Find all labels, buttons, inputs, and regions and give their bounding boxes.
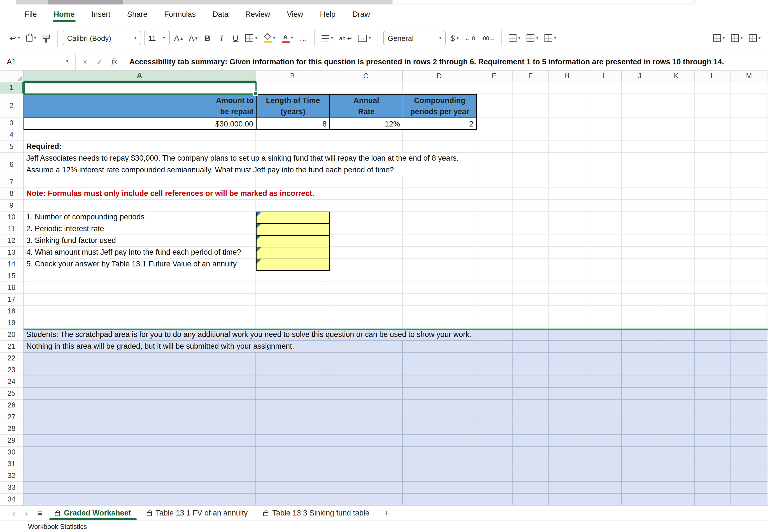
cell-length-value[interactable]: 8 bbox=[256, 118, 330, 130]
currency-format-select[interactable]: $ ▾ bbox=[449, 30, 460, 46]
number-format-select[interactable]: General ▾ bbox=[383, 31, 446, 45]
row-header-34[interactable]: 34 bbox=[0, 494, 24, 505]
answer-cell-4[interactable] bbox=[256, 247, 330, 259]
cell-compounding-header[interactable]: Compounding periods per year bbox=[403, 94, 477, 118]
requirement-5-label[interactable]: 5. Check your answer by Table 13.1 Futur… bbox=[24, 259, 237, 270]
menu-review[interactable]: Review bbox=[245, 8, 270, 20]
column-header-K[interactable]: K bbox=[658, 71, 695, 82]
column-header-F[interactable]: F bbox=[512, 71, 549, 82]
menu-insert[interactable]: Insert bbox=[92, 8, 111, 20]
name-box[interactable]: A1 ▾ bbox=[0, 53, 73, 70]
row-header-1[interactable]: 1 bbox=[0, 82, 24, 94]
column-header-A[interactable]: A bbox=[24, 71, 256, 82]
column-header-I[interactable]: I bbox=[586, 71, 622, 82]
italic-button[interactable]: I bbox=[216, 30, 227, 46]
row-header-22[interactable]: 22 bbox=[0, 353, 24, 364]
row-header-25[interactable]: 25 bbox=[0, 388, 24, 400]
row-header-14[interactable]: 14 bbox=[0, 259, 24, 270]
row-header-24[interactable]: 24 bbox=[0, 376, 24, 388]
decrease-font-button[interactable]: A▾ bbox=[187, 30, 199, 46]
menu-view[interactable]: View bbox=[287, 8, 303, 20]
column-header-M[interactable]: M bbox=[731, 71, 767, 82]
delete-cells-select[interactable]: ▾ bbox=[729, 30, 744, 46]
note-text[interactable]: Note: Formulas must only include cell re… bbox=[24, 188, 314, 199]
add-sheet-button[interactable]: + bbox=[377, 508, 396, 518]
menu-data[interactable]: Data bbox=[213, 8, 229, 20]
answer-cell-1[interactable] bbox=[256, 212, 330, 224]
cell-compounding-value[interactable]: 2 bbox=[403, 118, 477, 130]
row-header-5[interactable]: 5 bbox=[0, 141, 24, 153]
select-all-corner[interactable] bbox=[0, 71, 24, 82]
row-header-6[interactable]: 6 bbox=[0, 153, 24, 176]
next-sheet-button[interactable]: › bbox=[20, 508, 32, 517]
row-header-27[interactable]: 27 bbox=[0, 411, 24, 423]
cell-rate-header[interactable]: Annual Rate bbox=[329, 94, 403, 118]
increase-decimal-button[interactable]: ←.0 bbox=[463, 30, 477, 46]
row-header-12[interactable]: 12 bbox=[0, 235, 24, 247]
requirement-2-label[interactable]: 2. Periodic interest rate bbox=[24, 223, 104, 235]
row-header-7[interactable]: 7 bbox=[0, 176, 24, 188]
column-header-L[interactable]: L bbox=[695, 71, 731, 82]
row-header-16[interactable]: 16 bbox=[0, 282, 24, 294]
menu-formulas[interactable]: Formulas bbox=[164, 8, 196, 20]
merge-center-select[interactable]: ↔ ▾ bbox=[356, 30, 373, 46]
row-header-19[interactable]: 19 bbox=[0, 317, 24, 329]
underline-button[interactable]: U bbox=[230, 30, 241, 46]
prev-sheet-button[interactable]: ‹ bbox=[8, 508, 20, 517]
workbook-statistics[interactable]: Workbook Statistics bbox=[28, 522, 87, 530]
cell-amount-value[interactable]: $30,000.00 bbox=[24, 118, 257, 130]
row-header-21[interactable]: 21 bbox=[0, 341, 24, 353]
requirement-4-label[interactable]: 4. What amount must Jeff pay into the fu… bbox=[24, 247, 241, 258]
row-header-4[interactable]: 4 bbox=[0, 129, 24, 141]
row-header-2[interactable]: 2 bbox=[0, 94, 24, 118]
requirement-3-label[interactable]: 3. Sinking fund factor used bbox=[24, 235, 116, 246]
problem-text[interactable]: Jeff Associates needs to repay $30,000. … bbox=[24, 153, 459, 176]
row-header-13[interactable]: 13 bbox=[0, 247, 24, 259]
row-header-3[interactable]: 3 bbox=[0, 118, 24, 129]
menu-share[interactable]: Share bbox=[127, 8, 147, 20]
undo-button[interactable]: ↩ ▾ bbox=[8, 30, 22, 46]
row-header-29[interactable]: 29 bbox=[0, 435, 24, 447]
increase-font-button[interactable]: A▴ bbox=[172, 30, 184, 46]
column-header-J[interactable]: J bbox=[622, 71, 658, 82]
row-header-9[interactable]: 9 bbox=[0, 200, 24, 212]
cell-rate-value[interactable]: 12% bbox=[329, 118, 403, 130]
paste-button[interactable]: ▾ bbox=[25, 30, 38, 46]
borders-select[interactable]: ▾ bbox=[244, 30, 259, 46]
wrap-text-button[interactable]: ab↩ bbox=[338, 30, 353, 46]
cell-amount-header[interactable]: Amount to be repaid bbox=[24, 94, 257, 118]
column-header-D[interactable]: D bbox=[403, 71, 476, 82]
required-label[interactable]: Required: bbox=[24, 141, 62, 152]
fill-color-select[interactable]: ▾ bbox=[262, 30, 277, 46]
menu-draw[interactable]: Draw bbox=[352, 8, 370, 20]
column-header-B[interactable]: B bbox=[256, 71, 329, 82]
format-cells-select[interactable]: ▾ bbox=[747, 30, 762, 46]
row-header-20[interactable]: 20 bbox=[0, 329, 24, 341]
confirm-entry-button[interactable]: ✓ bbox=[92, 57, 107, 66]
answer-cell-2[interactable] bbox=[256, 223, 330, 236]
column-header-C[interactable]: C bbox=[329, 71, 403, 82]
cell-length-header[interactable]: Length of Time (years) bbox=[256, 94, 330, 118]
tab-table-13-3[interactable]: Table 13 3 Sinking fund table bbox=[256, 506, 377, 520]
row-header-15[interactable]: 15 bbox=[0, 270, 24, 282]
row-header-28[interactable]: 28 bbox=[0, 423, 24, 435]
menu-home[interactable]: Home bbox=[54, 8, 75, 20]
cancel-entry-button[interactable]: × bbox=[78, 57, 92, 66]
row-header-30[interactable]: 30 bbox=[0, 447, 24, 458]
row-header-31[interactable]: 31 bbox=[0, 458, 24, 470]
formula-bar-content[interactable]: Accessibility tab summary: Given informa… bbox=[129, 57, 724, 66]
format-painter-button[interactable] bbox=[41, 30, 52, 46]
more-format-options-button[interactable]: … bbox=[298, 30, 309, 46]
row-header-32[interactable]: 32 bbox=[0, 470, 24, 482]
column-header-E[interactable]: E bbox=[476, 71, 512, 82]
row-header-33[interactable]: 33 bbox=[0, 482, 24, 494]
row-header-18[interactable]: 18 bbox=[0, 306, 24, 317]
insert-cells-select[interactable]: ▾ bbox=[711, 30, 727, 46]
answer-cell-5[interactable] bbox=[256, 259, 330, 271]
row-header-26[interactable]: 26 bbox=[0, 400, 24, 411]
row-header-17[interactable]: 17 bbox=[0, 294, 24, 306]
selected-cell-a1[interactable] bbox=[24, 82, 257, 95]
font-family-select[interactable]: Calibri (Body) ▾ bbox=[63, 31, 141, 45]
tab-graded-worksheet[interactable]: Graded Worksheet bbox=[47, 506, 139, 520]
scratchpad-text-2[interactable]: Nothing in this area will be graded, but… bbox=[24, 341, 294, 352]
